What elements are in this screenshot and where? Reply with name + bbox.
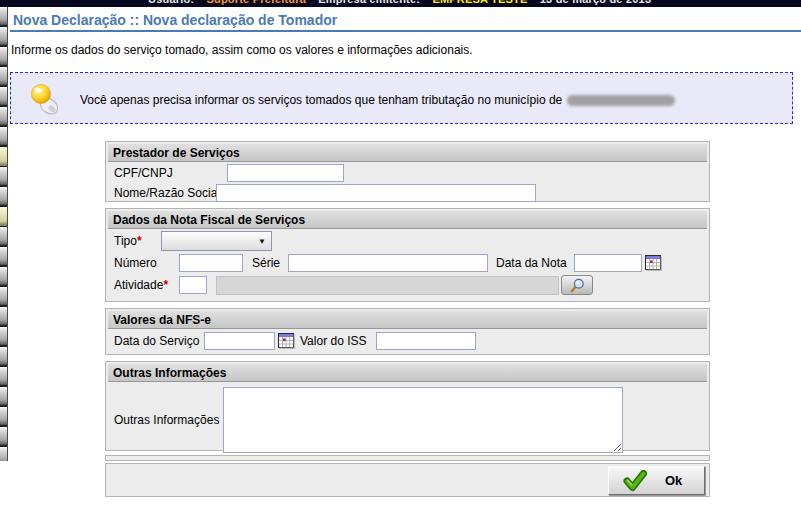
serie-label: Série [252, 256, 288, 270]
sidebar-edge-item [0, 207, 7, 226]
atividade-row: Atividade* [106, 274, 709, 296]
tipo-select[interactable]: ▼ [161, 231, 272, 251]
section-prestador: Prestador de Serviços CPF/CNPJ Nome/Razã… [105, 141, 710, 202]
required-marker: * [137, 234, 142, 248]
page-title: Nova Declaração :: Nova declaração de To… [13, 12, 337, 28]
search-icon[interactable] [561, 275, 593, 295]
page-subtitle: Informe os dados do serviço tomado, assi… [11, 43, 473, 57]
topbar-user-label: Usuário: [148, 0, 194, 5]
ok-button-label: Ok [665, 473, 682, 488]
section-valores-header: Valores da NFS-e [108, 311, 707, 329]
tipo-label: Tipo* [114, 234, 161, 248]
outras-informacoes-textarea[interactable] [223, 387, 623, 453]
sidebar-edge [0, 7, 8, 461]
cpf-cnpj-label: CPF/CNPJ [114, 166, 227, 180]
topbar-user-name[interactable]: Suporte Prefeitura [206, 0, 306, 5]
cpf-cnpj-input[interactable] [227, 164, 344, 182]
razao-social-label: Nome/Razão Social [114, 186, 216, 200]
razao-social-input[interactable] [216, 184, 536, 202]
data-do-servico-input[interactable] [204, 332, 275, 350]
outras-informacoes-row: Outras Informações [106, 383, 709, 457]
numero-serie-data-row: Número Série Data da Nota [106, 252, 709, 274]
ok-button[interactable]: Ok [608, 466, 705, 495]
section-valores: Valores da NFS-e Data do Serviço Valor d… [105, 308, 710, 355]
numero-input[interactable] [179, 254, 243, 272]
topbar-company-label: Empresa emitente: [318, 0, 420, 5]
atividade-code-input[interactable] [179, 276, 207, 294]
top-status-bar: Usuário: Suporte Prefeitura Empresa emit… [0, 0, 801, 7]
serie-input[interactable] [288, 254, 488, 272]
section-nota-fiscal: Dados da Nota Fiscal de Serviços Tipo* ▼… [105, 208, 710, 302]
outras-informacoes-label: Outras Informações [114, 413, 223, 427]
atividade-description-field [216, 276, 559, 295]
data-do-servico-label: Data do Serviço [114, 334, 204, 348]
sidebar-edge-item [0, 147, 7, 166]
valor-do-iss-input[interactable] [376, 332, 476, 350]
calendar-icon[interactable] [645, 255, 662, 271]
required-marker: * [163, 278, 168, 292]
numero-label: Número [114, 256, 179, 270]
valor-do-iss-label: Valor do ISS [300, 334, 370, 348]
section-nota-fiscal-header: Dados da Nota Fiscal de Serviços [108, 211, 707, 229]
info-box: Você apenas precisa informar os serviços… [10, 72, 793, 124]
section-outras-informacoes: Outras Informações Outras Informações [105, 361, 710, 451]
tipo-row: Tipo* ▼ [106, 230, 709, 252]
razao-social-row: Nome/Razão Social [106, 183, 709, 203]
spacer-bar [105, 455, 710, 461]
form-footer: Ok [105, 463, 710, 497]
section-prestador-header: Prestador de Serviços [108, 144, 707, 162]
info-text: Você apenas precisa informar os serviços… [80, 93, 675, 107]
section-outras-header: Outras Informações [108, 364, 707, 382]
topbar-company-name[interactable]: EMPRESA TESTE [432, 0, 527, 5]
top-status-text: Usuário: Suporte Prefeitura Empresa emit… [148, 0, 660, 5]
valores-row: Data do Serviço Valor do ISS [106, 330, 709, 352]
cpf-cnpj-row: CPF/CNPJ [106, 163, 709, 183]
atividade-label: Atividade* [114, 278, 179, 292]
title-divider [10, 30, 801, 32]
calendar-icon[interactable] [278, 333, 295, 349]
check-icon [623, 470, 647, 492]
topbar-date: 13 de março de 2013 [540, 0, 651, 5]
data-da-nota-input[interactable] [574, 254, 642, 272]
lightbulb-icon [30, 83, 62, 117]
data-da-nota-label: Data da Nota [496, 256, 574, 270]
chevron-down-icon: ▼ [258, 237, 266, 246]
redacted-municipality [567, 95, 675, 106]
